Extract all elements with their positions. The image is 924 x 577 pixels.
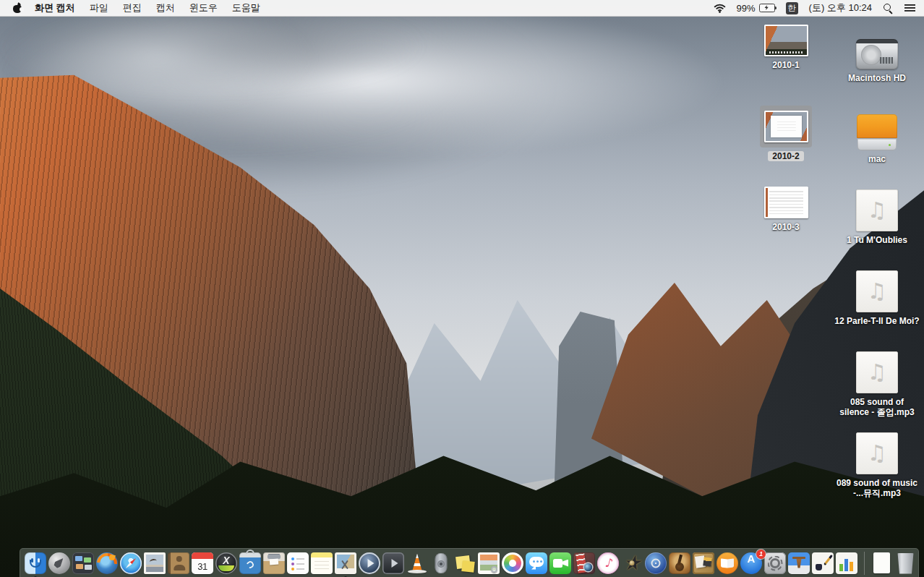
dock-dvd-player-icon[interactable] [430, 552, 452, 574]
desktop-icon-grid: 2010-1 Macintosh HD 2010-2 mac 2010-3 ♫ … [740, 25, 923, 510]
menu-help[interactable]: 도움말 [225, 1, 268, 14]
dock-mission-control-icon[interactable] [72, 552, 94, 574]
music-file-icon: ♫ [856, 270, 898, 312]
music-file-icon: ♫ [856, 189, 898, 231]
dock-pages-icon[interactable] [812, 552, 834, 574]
screenshot-thumbnail [764, 187, 808, 218]
dock-messages-icon[interactable] [526, 552, 547, 574]
audio-art-wrap: ♫ [856, 268, 898, 312]
dock-idvd-icon[interactable] [645, 552, 667, 574]
menu-edit[interactable]: 편집 [116, 1, 149, 14]
spotlight-icon[interactable] [883, 3, 894, 14]
battery-menu-item[interactable]: 99% [737, 3, 775, 14]
dock-system-preferences-icon[interactable] [764, 552, 786, 574]
menu-window[interactable]: 윈도우 [182, 1, 225, 14]
dock-itunes-icon[interactable]: ♪ [597, 552, 619, 574]
battery-percent-label: 99% [737, 3, 756, 14]
dock-mail-stamp-icon[interactable] [144, 552, 166, 574]
input-source-korean-badge[interactable]: 한 [786, 2, 798, 14]
dock-reminders-icon[interactable] [287, 552, 309, 574]
dock-toast-burner-icon[interactable] [239, 552, 261, 574]
desktop-icon-label: 2010-3 [772, 222, 799, 232]
dock: 31 X ♪ ★ A 1 [20, 548, 919, 577]
menu-capture[interactable]: 캡처 [149, 1, 182, 14]
dock-numbers-icon[interactable] [836, 552, 857, 574]
dock-stickies-icon[interactable] [454, 552, 476, 574]
screenshot-thumbnail [764, 25, 808, 56]
music-note-icon: ♫ [868, 200, 887, 221]
dock-grab-screen-capture-icon[interactable] [335, 552, 356, 574]
dock-separator [864, 552, 865, 575]
battery-charging-icon [759, 4, 775, 12]
menu-file[interactable]: 파일 [82, 1, 116, 14]
dock-trash-icon[interactable] [895, 552, 917, 574]
dock-safari-icon[interactable] [120, 552, 142, 574]
drive-art-wrap [857, 106, 897, 150]
dock-notes-icon[interactable] [311, 552, 333, 574]
dock-contacts-icon[interactable] [168, 552, 189, 574]
menu-bar-clock[interactable]: (토) 오후 10:24 [809, 1, 872, 14]
music-file-icon: ♫ [856, 351, 898, 393]
bar-green [839, 564, 843, 571]
dock-launchpad-icon[interactable] [48, 552, 70, 574]
thumbnail-art [766, 112, 807, 141]
thumbnail-art [766, 26, 807, 55]
music-note-icon: ♫ [868, 362, 887, 383]
audio-art-wrap: ♫ [856, 187, 898, 231]
apple-menu[interactable] [13, 3, 22, 13]
dock-finder-icon[interactable] [25, 552, 46, 574]
document-icon [873, 552, 890, 573]
scissors-icon [341, 560, 348, 569]
desktop-icon-macintosh-hd[interactable]: Macintosh HD [831, 25, 923, 106]
desktop-icon-2010-3[interactable]: 2010-3 [740, 187, 831, 268]
music-note-icon: ♫ [868, 281, 887, 302]
drive-art-wrap [856, 25, 898, 69]
dock-keynote-icon[interactable] [788, 552, 810, 574]
notification-badge: 1 [756, 550, 766, 559]
dock-photos-icon[interactable] [502, 552, 523, 574]
music-note-icon: ♫ [868, 443, 887, 464]
dock-ibooks-icon[interactable] [716, 552, 738, 574]
macos-desktop: 화면 캡처 파일 편집 캡처 윈도우 도움말 99% 한 (토) 오후 10:2… [0, 0, 924, 577]
desktop-icon-mac-drive[interactable]: mac [831, 106, 923, 187]
desktop-icon-label: Macintosh HD [848, 73, 906, 83]
menu-bar-status: 99% 한 (토) 오후 10:24 [714, 1, 915, 14]
dock-firefox-icon[interactable] [96, 552, 118, 574]
screenshot-thumbnail [764, 111, 808, 142]
desktop-icon-label: mac [868, 154, 886, 164]
dock-calendar-icon[interactable]: 31 [192, 552, 213, 574]
menu-bar-left: 화면 캡처 파일 편집 캡처 윈도우 도움말 [9, 1, 268, 14]
internal-drive-icon [856, 39, 898, 69]
desktop-icon-label: 12 Parle-T-Il De Moi? [834, 316, 919, 326]
dock-vlc-icon[interactable] [406, 552, 428, 574]
dock-media-player-tv-icon[interactable] [382, 552, 404, 574]
dock-garageband-icon[interactable] [669, 552, 690, 574]
desktop-icon-085-sound-of-silence[interactable]: ♫ 085 sound of silence - 졸업.mp3 [831, 349, 923, 429]
dock-photo-booth-icon[interactable] [573, 552, 595, 574]
dock-archive-utility-icon[interactable] [263, 552, 285, 574]
selection-box [760, 106, 812, 148]
notification-center-icon[interactable] [904, 4, 915, 12]
itunes-note-icon: ♪ [597, 552, 619, 574]
trash-full-icon [897, 553, 915, 574]
wifi-icon[interactable] [714, 4, 726, 13]
desktop-icon-2010-1[interactable]: 2010-1 [740, 25, 831, 106]
desktop-icon-parle-t-il-de-moi[interactable]: ♫ 12 Parle-T-Il De Moi? [831, 268, 923, 349]
dock-media-player-round-icon[interactable] [359, 552, 380, 574]
dock-app-store-icon[interactable]: A 1 [740, 552, 762, 574]
desktop-icon-tu-m-oublies[interactable]: ♫ 1 Tu M'Oublies [831, 187, 923, 268]
dock-facetime-icon[interactable] [549, 552, 571, 574]
menu-app-name[interactable]: 화면 캡처 [27, 1, 82, 14]
dock-scrapbook-collage-icon[interactable] [693, 552, 714, 574]
dock-preview-icon[interactable] [478, 552, 500, 574]
dock-x-media-player-icon[interactable]: X [215, 552, 237, 574]
audio-art-wrap: ♫ [856, 349, 898, 393]
desktop-icon-089-sound-of-music[interactable]: ♫ 089 sound of music -...뮤직.mp3 [831, 429, 923, 510]
desktop-icon-2010-2[interactable]: 2010-2 [740, 106, 831, 187]
desktop-icon-label: 1 Tu M'Oublies [847, 235, 907, 245]
desktop-icon-label-selected: 2010-2 [768, 151, 803, 161]
drive-led [889, 144, 891, 146]
dock-imovie-icon[interactable]: ★ [621, 552, 643, 574]
message-dots [533, 560, 535, 563]
dock-document-file-icon[interactable] [871, 552, 893, 574]
